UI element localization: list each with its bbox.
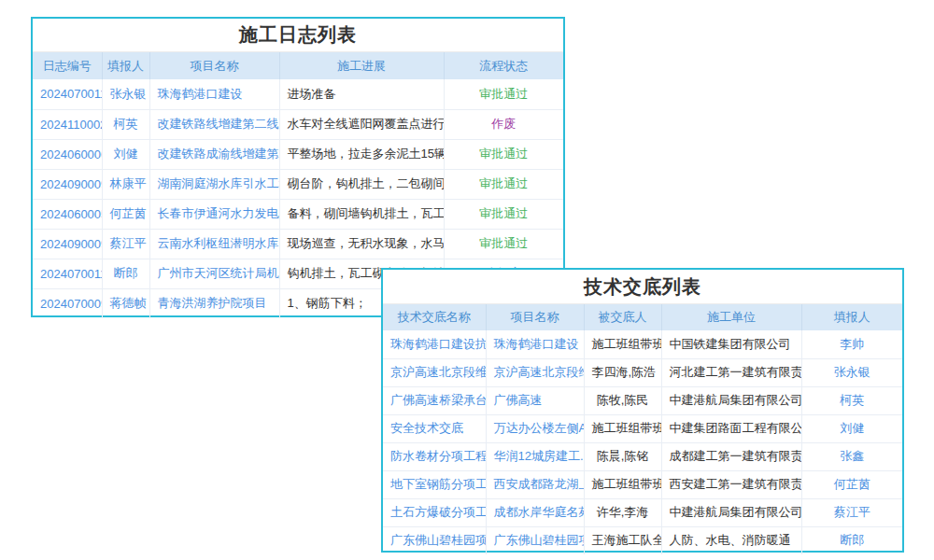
- disclosure-unit-text: 人防、水电、消防暖通: [661, 526, 801, 554]
- disclosure-name-link[interactable]: 地下室钢筋分项工程...: [383, 470, 486, 498]
- disclosure-reporter-link[interactable]: 柯英: [801, 386, 902, 414]
- log-reporter-link[interactable]: 张永银: [102, 79, 149, 109]
- log-header-row: 日志编号 填报人 项目名称 施工进展 流程状态: [33, 52, 563, 79]
- disclosure-unit-text: 河北建工第一建筑有限责任公司: [661, 358, 801, 386]
- disclosure-project-link[interactable]: 成都水岸华庭名苑...: [486, 498, 584, 526]
- log-progress-text: 平整场地，拉走多余泥土15辆...: [279, 139, 444, 169]
- log-table-row: 2024090009 林康平 湖南洞庭湖水库引水工程... 砌台阶，钩机排土，二…: [33, 169, 563, 199]
- log-reporter-link[interactable]: 刘健: [102, 139, 149, 169]
- log-reporter-link[interactable]: 蔡江平: [102, 229, 149, 259]
- disclosure-table-row: 广东佛山碧桂园项目... 广东佛山碧桂园项目 王海施工队全队 人防、水电、消防暖…: [383, 526, 902, 554]
- disclosure-receiver-text: 许华,李海: [584, 498, 661, 526]
- disclosure-unit-text: 中建集团路面工程有限公司: [661, 414, 801, 442]
- disclosure-project-link[interactable]: 珠海鹤港口建设: [486, 330, 584, 358]
- disclosure-reporter-link[interactable]: 蔡江平: [801, 498, 902, 526]
- disclosure-name-link[interactable]: 安全技术交底: [383, 414, 486, 442]
- disclosure-project-link[interactable]: 华润12城房建工...: [486, 442, 584, 470]
- log-id-link[interactable]: 2024060006: [33, 139, 102, 169]
- log-reporter-link[interactable]: 断郎: [102, 259, 149, 288]
- log-table-row: 2024090009 蔡江平 云南水利枢纽潜明水库一... 现场巡查，无积水现象…: [33, 229, 563, 259]
- log-reporter-link[interactable]: 蒋德帧: [102, 288, 149, 318]
- log-project-link[interactable]: 湖南洞庭湖水库引水工程...: [149, 169, 279, 199]
- log-table-row: 2024060005 何芷茵 长春市伊通河水力发电厂... 备料，砌间墙钩机排土…: [33, 199, 563, 229]
- log-status-cell: 审批通过: [444, 199, 563, 229]
- disclosure-unit-text: 成都建工第一建筑有限责任公司: [661, 442, 801, 470]
- disclosure-receiver-text: 施工班组带班...: [584, 330, 661, 358]
- log-status-cell: 审批通过: [444, 169, 563, 199]
- disclosure-col-header-name: 技术交底名称: [383, 304, 486, 330]
- disclosure-table-row: 土石方爆破分项工程... 成都水岸华庭名苑... 许华,李海 中建港航局集团有限…: [383, 498, 902, 526]
- disclosure-name-link[interactable]: 广东佛山碧桂园项目...: [383, 526, 486, 554]
- log-progress-text: 现场巡查，无积水现象，水马...: [279, 229, 444, 259]
- log-status-cell: 作废: [444, 109, 563, 139]
- log-col-header-reporter: 填报人: [102, 52, 149, 79]
- disclosure-name-link[interactable]: 京沪高速北京段维修...: [383, 358, 486, 386]
- log-col-header-progress: 施工进展: [279, 52, 444, 79]
- construction-log-title: 施工日志列表: [33, 19, 563, 52]
- disclosure-project-link[interactable]: 西安成都路龙湖上...: [486, 470, 584, 498]
- log-id-link[interactable]: 2024070011: [33, 79, 102, 109]
- log-reporter-link[interactable]: 何芷茵: [102, 199, 149, 229]
- disclosure-table-row: 京沪高速北京段维修... 京沪高速北京段维修 李四海,陈浩 河北建工第一建筑有限…: [383, 358, 902, 386]
- log-table-row: 2024070011 张永银 珠海鹤港口建设 进场准备 审批通过: [33, 79, 563, 109]
- disclosure-reporter-link[interactable]: 张鑫: [801, 442, 902, 470]
- disclosure-table-row: 地下室钢筋分项工程... 西安成都路龙湖上... 施工班组带班... 西安建工第…: [383, 470, 902, 498]
- log-id-link[interactable]: 2024070009: [33, 288, 102, 318]
- disclosure-reporter-link[interactable]: 断郎: [801, 526, 902, 554]
- status-text: 审批通过: [479, 147, 528, 161]
- disclosure-receiver-text: 施工班组带班...: [584, 470, 661, 498]
- log-project-link[interactable]: 青海洪湖养护院项目: [149, 288, 279, 318]
- disclosure-name-link[interactable]: 土石方爆破分项工程...: [383, 498, 486, 526]
- disclosure-col-header-unit: 施工单位: [661, 304, 801, 330]
- status-text: 审批通过: [479, 236, 528, 250]
- log-table-row: 2024060006 刘健 改建铁路成渝线增建第二... 平整场地，拉走多余泥土…: [33, 139, 563, 169]
- disclosure-reporter-link[interactable]: 何芷茵: [801, 470, 902, 498]
- log-status-cell: 审批通过: [444, 229, 563, 259]
- disclosure-table-row: 珠海鹤港口建设抗浮... 珠海鹤港口建设 施工班组带班... 中国铁建集团有限公…: [383, 330, 902, 358]
- disclosure-table-row: 广佛高速桥梁承台施... 广佛高速 陈牧,陈民 中建港航局集团有限公司 柯英: [383, 386, 902, 414]
- disclosure-project-link[interactable]: 万达办公楼左侧A...: [486, 414, 584, 442]
- disclosure-receiver-text: 陈晨,陈铭: [584, 442, 661, 470]
- disclosure-receiver-text: 施工班组带班...: [584, 414, 661, 442]
- log-reporter-link[interactable]: 林康平: [102, 169, 149, 199]
- log-project-link[interactable]: 改建铁路线增建第二线直...: [149, 109, 279, 139]
- log-reporter-link[interactable]: 柯英: [102, 109, 149, 139]
- disclosure-unit-text: 中建港航局集团有限公司: [661, 498, 801, 526]
- tech-disclosure-title: 技术交底列表: [383, 270, 902, 304]
- disclosure-reporter-link[interactable]: 张永银: [801, 358, 902, 386]
- log-col-header-project: 项目名称: [149, 52, 279, 79]
- log-id-link[interactable]: 2024110002: [33, 109, 102, 139]
- log-project-link[interactable]: 改建铁路成渝线增建第二...: [149, 139, 279, 169]
- log-progress-text: 备料，砌间墙钩机排土，瓦工...: [279, 199, 444, 229]
- log-id-link[interactable]: 2024090009: [33, 229, 102, 259]
- status-text: 审批通过: [479, 87, 528, 101]
- disclosure-col-header-project: 项目名称: [486, 304, 584, 330]
- disclosure-reporter-link[interactable]: 刘健: [801, 414, 902, 442]
- disclosure-reporter-link[interactable]: 李帅: [801, 330, 902, 358]
- disclosure-header-row: 技术交底名称 项目名称 被交底人 施工单位 填报人: [383, 304, 902, 330]
- disclosure-project-link[interactable]: 广东佛山碧桂园项目: [486, 526, 584, 554]
- log-project-link[interactable]: 珠海鹤港口建设: [149, 79, 279, 109]
- log-id-link[interactable]: 2024090009: [33, 169, 102, 199]
- status-text: 审批通过: [479, 206, 528, 220]
- log-id-link[interactable]: 2024070011: [33, 259, 102, 288]
- tech-disclosure-table: 技术交底名称 项目名称 被交底人 施工单位 填报人 珠海鹤港口建设抗浮... 珠…: [383, 304, 902, 554]
- log-id-link[interactable]: 2024060005: [33, 199, 102, 229]
- disclosure-name-link[interactable]: 珠海鹤港口建设抗浮...: [383, 330, 486, 358]
- status-text: 作废: [491, 117, 516, 131]
- log-progress-text: 水车对全线遮阳网覆盖点进行...: [279, 109, 444, 139]
- log-project-link[interactable]: 云南水利枢纽潜明水库一...: [149, 229, 279, 259]
- disclosure-project-link[interactable]: 京沪高速北京段维修: [486, 358, 584, 386]
- disclosure-project-link[interactable]: 广佛高速: [486, 386, 584, 414]
- disclosure-unit-text: 西安建工第一建筑有限责任公司: [661, 470, 801, 498]
- disclosure-table-row: 安全技术交底 万达办公楼左侧A... 施工班组带班... 中建集团路面工程有限公…: [383, 414, 902, 442]
- disclosure-name-link[interactable]: 广佛高速桥梁承台施...: [383, 386, 486, 414]
- log-col-header-id: 日志编号: [33, 52, 102, 79]
- disclosure-receiver-text: 李四海,陈浩: [584, 358, 661, 386]
- log-col-header-status: 流程状态: [444, 52, 563, 79]
- log-project-link[interactable]: 广州市天河区统计局机房...: [149, 259, 279, 288]
- disclosure-col-header-receiver: 被交底人: [584, 304, 661, 330]
- log-project-link[interactable]: 长春市伊通河水力发电厂...: [149, 199, 279, 229]
- disclosure-name-link[interactable]: 防水卷材分项工程施...: [383, 442, 486, 470]
- log-status-cell: 审批通过: [444, 79, 563, 109]
